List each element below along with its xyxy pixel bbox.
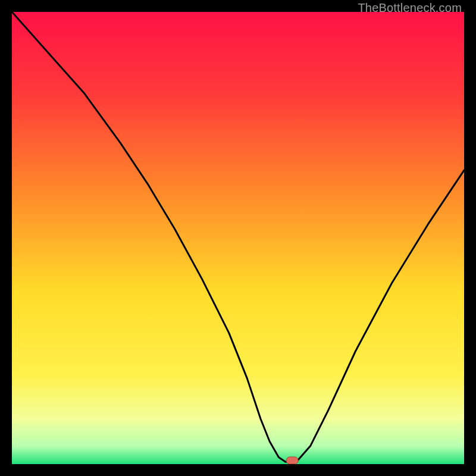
optimal-point-marker [286,457,298,464]
bottleneck-chart [12,12,464,464]
watermark-text: TheBottleneck.com [358,1,462,15]
heatmap-background [12,12,464,464]
chart-frame [12,12,464,464]
